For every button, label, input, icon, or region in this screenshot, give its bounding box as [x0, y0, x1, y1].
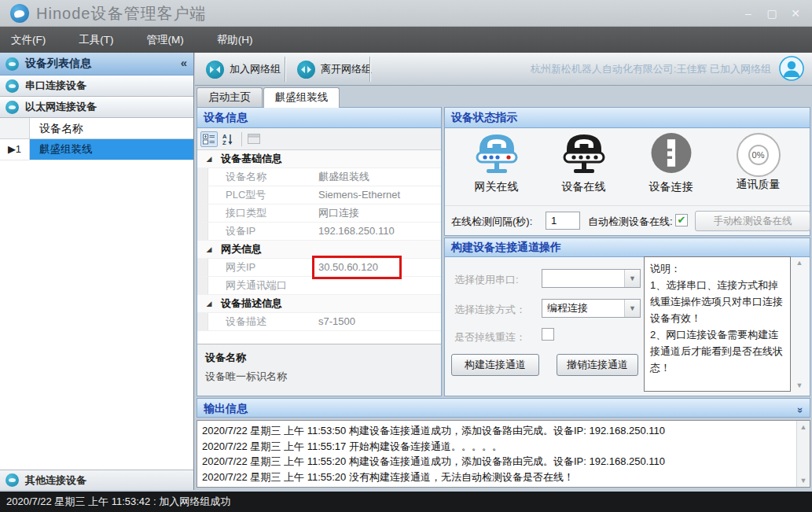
output-header: 输出信息 » [197, 398, 810, 418]
alphabetical-sort-icon[interactable]: AZ [219, 131, 237, 147]
serial-port-value [542, 270, 624, 287]
output-lines: 2020/7/22 星期三 上午 11:53:50 构建设备连接通道成功，添加设… [197, 421, 796, 487]
property-row-device-name[interactable]: 设备名称 麒盛组装线 [197, 168, 441, 186]
note-line-1: 1、选择串口、连接方式和掉线重连操作选项只对串口连接设备有效！ [650, 277, 784, 326]
serial-port-select[interactable]: ▼ [542, 269, 641, 288]
ethernet-section-icon [6, 101, 19, 114]
property-row-gateway-ip[interactable]: 网关IP 30.50.60.120 [197, 259, 441, 277]
expander-icon[interactable]: ◢ [197, 245, 221, 253]
device-info-panel: 设备信息 AZ ◢ 设备基础信息 设备名称 麒盛组装线 [197, 107, 442, 396]
auto-detect-checkbox[interactable]: ✔ [675, 214, 688, 227]
sidebar-collapse-icon[interactable]: « [181, 56, 187, 69]
expander-icon[interactable]: ◢ [197, 300, 221, 308]
toolbar-separator [241, 132, 242, 146]
maximize-button[interactable]: ▢ [760, 3, 784, 24]
property-pages-icon[interactable] [245, 131, 263, 147]
revoke-channel-button[interactable]: 撤销连接通道 [557, 354, 638, 376]
output-scrollbar[interactable]: ▲ ▼ [796, 421, 810, 487]
build-channel-panel: 构建设备连接通道操作 选择使用串口: ▼ 选择连接方式： 编程连接 ▼ 是否掉线… [444, 238, 810, 396]
menu-manage[interactable]: 管理(M) [136, 27, 195, 53]
plug-icon [648, 131, 694, 176]
minimize-button[interactable]: – [737, 3, 760, 24]
property-value[interactable]: s7-1500 [315, 313, 441, 330]
property-row-interface-type[interactable]: 接口类型 网口连接 [197, 204, 441, 223]
device-name-cell[interactable]: 麒盛组装线 [30, 139, 193, 160]
scroll-down-icon[interactable]: ▼ [797, 474, 810, 487]
property-value[interactable]: 30.50.60.120 [315, 259, 441, 276]
property-row-plc-model[interactable]: PLC型号 Siemens-Ethernet [197, 186, 441, 204]
interval-input[interactable] [546, 212, 580, 230]
property-row-gateway-port[interactable]: 网关通讯端口 [197, 277, 441, 295]
menu-bar: 文件(F) 工具(T) 管理(M) 帮助(H) [0, 27, 812, 53]
sidebar-item-other-devices[interactable]: 其他连接设备 [0, 470, 193, 490]
join-network-group-button[interactable]: 加入网络组 [198, 56, 288, 83]
serial-section-icon [6, 79, 19, 93]
scroll-up-icon[interactable]: ▲ [797, 421, 810, 433]
sidebar-title: 设备列表信息 [25, 57, 91, 71]
indent-strip [197, 223, 208, 240]
log-line: 2020/7/22 星期三 上午 11:55:17 开始构建设备连接通道。。。。… [202, 439, 792, 455]
menu-file[interactable]: 文件(F) [0, 27, 57, 53]
window-title: Hinode设备管理客户端 [36, 3, 206, 24]
output-log[interactable]: 2020/7/22 星期三 上午 11:53:50 构建设备连接通道成功，添加设… [197, 420, 810, 488]
chevron-down-icon[interactable]: ▼ [624, 270, 640, 287]
category-row-basic-info[interactable]: ◢ 设备基础信息 [197, 150, 441, 168]
category-row-description-info[interactable]: ◢ 设备描述信息 [197, 295, 441, 313]
leave-network-group-button[interactable]: 离开网络组 [289, 56, 380, 83]
scroll-down-icon[interactable]: ▼ [793, 379, 806, 392]
quality-gauge-icon: 0% [737, 133, 781, 177]
property-value[interactable] [315, 277, 441, 294]
sidebar-item-ethernet-devices[interactable]: 以太网连接设备 [0, 97, 193, 118]
tab-home[interactable]: 启动主页 [197, 87, 263, 107]
expander-icon[interactable]: ◢ [197, 155, 221, 163]
manual-detect-button[interactable]: 手动检测设备在线 [695, 211, 810, 231]
category-label: 网关信息 [221, 242, 262, 256]
quality-value: 0% [748, 145, 769, 165]
property-value[interactable]: 网口连接 [315, 204, 441, 222]
join-group-label: 加入网络组 [230, 62, 281, 76]
indent-strip [197, 168, 208, 186]
property-row-device-ip[interactable]: 设备IP 192.168.250.110 [197, 223, 441, 241]
log-line: 2020/7/22 星期三 上午 11:55:20 没有构建连接通道，无法自动检… [202, 470, 792, 485]
gateway-online-label: 网关在线 [456, 180, 538, 194]
property-value[interactable]: 麒盛组装线 [315, 168, 441, 186]
row-indicator-column [0, 118, 30, 138]
tab-device[interactable]: 麒盛组装线 [263, 87, 340, 108]
gateway-online-indicator: 网关在线 [456, 131, 538, 207]
status-bar-message: 2020/7/22 星期三 上午 11:53:42 : 加入网络组成功 [0, 495, 230, 509]
menu-tools[interactable]: 工具(T) [68, 27, 124, 53]
comm-quality-indicator: 0% 通讯质量 [718, 131, 799, 207]
serial-port-label: 选择使用串口: [454, 273, 519, 287]
menu-help[interactable]: 帮助(H) [206, 27, 264, 53]
device-connect-indicator: 设备连接 [630, 131, 712, 207]
main-content: 设备信息 AZ ◢ 设备基础信息 设备名称 麒盛组装线 [195, 107, 812, 492]
property-value[interactable]: Siemens-Ethernet [315, 186, 441, 204]
category-label: 设备基础信息 [221, 152, 282, 166]
property-value[interactable]: 192.168.250.110 [315, 223, 441, 240]
build-channel-button[interactable]: 构建连接通道 [451, 354, 539, 376]
categorized-view-icon[interactable] [200, 131, 218, 147]
reconnect-checkbox[interactable] [542, 328, 554, 341]
close-button[interactable]: ✕ [784, 3, 807, 24]
property-description-box: 设备名称 设备唯一标识名称 [197, 344, 441, 396]
row-index: ▶1 [0, 139, 30, 160]
auto-detect-label: 自动检测设备在线: [588, 215, 673, 229]
other-section-icon [6, 473, 19, 487]
join-group-icon [206, 61, 224, 79]
connect-mode-select[interactable]: 编程连接 ▼ [542, 299, 641, 318]
sidebar-item-serial-devices[interactable]: 串口连接设备 [0, 76, 193, 97]
status-bar: 2020/7/22 星期三 上午 11:53:42 : 加入网络组成功 [0, 492, 812, 512]
sidebar-header: 设备列表信息 « [0, 53, 193, 76]
chevron-down-icon[interactable]: ▼ [624, 300, 640, 317]
connect-mode-value: 编程连接 [542, 300, 624, 317]
indent-strip [197, 277, 208, 294]
property-row-device-description[interactable]: 设备描述 s7-1500 [197, 313, 441, 331]
device-online-indicator: 设备在线 [543, 131, 625, 207]
build-channel-header: 构建设备连接通道操作 [445, 238, 810, 257]
property-label: 接口类型 [208, 204, 315, 222]
category-row-gateway-info[interactable]: ◢ 网关信息 [197, 241, 441, 259]
collapse-panel-icon[interactable]: » [791, 407, 810, 413]
table-row[interactable]: ▶1 麒盛组装线 [0, 139, 193, 160]
scroll-up-icon[interactable]: ▲ [793, 256, 806, 269]
instructions-textbox: 说明： 1、选择串口、连接方式和掉线重连操作选项只对串口连接设备有效！ 2、网口… [644, 256, 791, 392]
